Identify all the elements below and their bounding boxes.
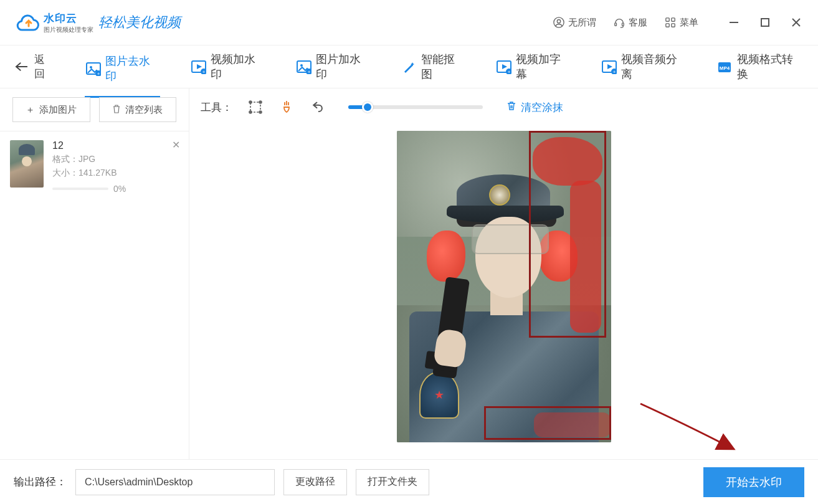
progress-bar (52, 188, 108, 190)
tab-label: 视频加字幕 (516, 52, 569, 82)
menu-label: 菜单 (680, 17, 698, 29)
logo-area: 水印云 图片视频处理专家 轻松美化视频 (15, 10, 181, 35)
logo-text: 水印云 图片视频处理专家 (44, 11, 93, 34)
tab-label: 视频音频分离 (621, 52, 686, 82)
video-audio-icon: + (602, 60, 616, 73)
plus-icon: ＋ (26, 104, 35, 116)
svg-text:+: + (97, 71, 100, 76)
magic-wand-icon (402, 60, 416, 73)
customer-service-button[interactable]: 客服 (614, 17, 647, 29)
user-label: 无所谓 (568, 17, 596, 29)
tab-video-subtitle[interactable]: + 视频加字幕 (495, 48, 571, 85)
logo-main-label: 水印云 (44, 11, 93, 26)
file-thumbnail (10, 140, 44, 188)
svg-rect-5 (672, 18, 675, 21)
image-icon: + (86, 62, 100, 75)
clear-list-button[interactable]: 清空列表 (99, 97, 177, 122)
maximize-button[interactable] (758, 16, 772, 29)
change-path-button[interactable]: 更改路径 (283, 469, 347, 495)
headset-icon (614, 17, 625, 28)
file-info: 12 格式：JPG 大小：141.27KB 0% (52, 140, 126, 194)
toolbar-label: 工具： (201, 100, 232, 115)
tab-label: 智能抠图 (421, 52, 464, 82)
slider-thumb[interactable] (362, 102, 373, 113)
back-button[interactable]: 返回 (15, 52, 55, 81)
logo-sub-label: 图片视频处理专家 (44, 26, 93, 34)
body: ＋ 添加图片 清空列表 12 格式：JPG 大小：141.27KB 0% (0, 88, 818, 459)
svg-text:+: + (508, 69, 511, 74)
svg-rect-31 (250, 102, 260, 112)
mp4-icon: MP4 (718, 60, 731, 73)
user-account-button[interactable]: 无所谓 (553, 17, 596, 29)
undo-button[interactable] (310, 99, 326, 115)
svg-rect-3 (622, 23, 624, 26)
svg-rect-4 (666, 18, 669, 21)
menu-button[interactable]: 菜单 (665, 17, 698, 29)
user-icon (553, 17, 564, 28)
svg-rect-9 (761, 19, 769, 26)
window-controls (727, 16, 803, 29)
selection-box[interactable] (529, 131, 606, 338)
logo-icon (15, 10, 40, 35)
tab-label: 视频加水印 (211, 52, 264, 82)
selection-box[interactable] (484, 406, 611, 440)
svg-point-35 (259, 111, 262, 113)
remove-file-button[interactable]: ✕ (172, 139, 180, 151)
tab-video-add-watermark[interactable]: + 视频加水印 (190, 48, 265, 85)
image-add-icon: + (297, 60, 310, 73)
svg-point-32 (249, 101, 252, 103)
app-header: 水印云 图片视频处理专家 轻松美化视频 无所谓 客服 菜单 (0, 0, 818, 45)
file-item[interactable]: 12 格式：JPG 大小：141.27KB 0% ✕ (0, 131, 189, 202)
tab-video-audio-split[interactable]: + 视频音频分离 (601, 48, 687, 85)
svg-point-13 (90, 66, 92, 69)
svg-point-20 (300, 64, 303, 67)
trash-icon (506, 101, 516, 114)
clear-brush-button[interactable]: 清空涂抹 (506, 100, 563, 115)
svg-rect-7 (672, 24, 675, 27)
footer: 输出路径： 更改路径 打开文件夹 开始去水印 (0, 459, 818, 504)
video-icon: + (191, 60, 205, 73)
back-label: 返回 (34, 52, 55, 81)
clear-brush-label: 清空涂抹 (521, 100, 563, 115)
tab-label: 图片加水印 (316, 52, 369, 82)
toolbar: 工具： 清空涂抹 (189, 88, 818, 126)
file-size: 大小：141.27KB (52, 168, 126, 179)
output-path-input[interactable] (75, 469, 275, 495)
main-tabs: 返回 + 图片去水印 + 视频加水印 + 图片加水印 智能抠图 + 视频加字幕 … (0, 45, 818, 88)
svg-point-33 (259, 101, 262, 103)
svg-rect-6 (666, 24, 669, 27)
tab-image-add-watermark[interactable]: + 图片加水印 (295, 48, 371, 85)
svg-text:+: + (308, 69, 311, 74)
canvas-area (189, 126, 818, 459)
svg-text:+: + (613, 69, 616, 74)
slogan-text: 轻松美化视频 (98, 13, 181, 32)
brush-tool-button[interactable] (278, 99, 295, 115)
video-subtitle-icon: + (497, 60, 510, 73)
minimize-button[interactable] (727, 16, 741, 29)
header-right: 无所谓 客服 菜单 (553, 16, 803, 29)
svg-text:MP4: MP4 (720, 65, 730, 71)
grid-menu-icon (665, 17, 676, 28)
open-folder-button[interactable]: 打开文件夹 (356, 469, 429, 495)
annotation-arrow-icon (637, 401, 743, 457)
file-list: 12 格式：JPG 大小：141.27KB 0% ✕ (0, 131, 189, 202)
tab-video-format-convert[interactable]: MP4 视频格式转换 (716, 48, 803, 85)
svg-rect-2 (615, 23, 617, 26)
marquee-tool-button[interactable] (247, 99, 264, 115)
workspace: 工具： 清空涂抹 (189, 88, 818, 459)
add-image-label: 添加图片 (39, 104, 77, 116)
svg-point-1 (557, 20, 560, 23)
svg-text:+: + (202, 69, 206, 74)
brush-size-slider[interactable] (348, 105, 483, 109)
service-label: 客服 (629, 17, 647, 29)
tab-smart-cutout[interactable]: 智能抠图 (401, 48, 465, 85)
progress-percent: 0% (113, 184, 126, 194)
canvas-image[interactable] (397, 131, 611, 442)
close-button[interactable] (789, 16, 803, 29)
sidebar-button-row: ＋ 添加图片 清空列表 (0, 88, 189, 131)
add-image-button[interactable]: ＋ 添加图片 (12, 97, 90, 122)
tab-label: 视频格式转换 (737, 52, 802, 82)
tab-label: 图片去水印 (105, 54, 159, 83)
file-name: 12 (52, 140, 126, 151)
start-remove-watermark-button[interactable]: 开始去水印 (703, 467, 804, 497)
